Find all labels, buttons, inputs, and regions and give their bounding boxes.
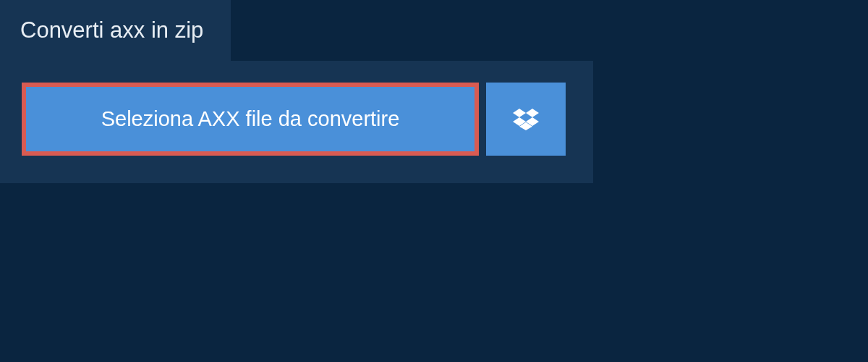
tab-convert[interactable]: Converti axx in zip xyxy=(0,0,231,61)
select-file-button[interactable]: Seleziona AXX file da convertire xyxy=(26,87,475,151)
tab-title: Converti axx in zip xyxy=(20,17,203,43)
button-row: Seleziona AXX file da convertire xyxy=(22,83,571,156)
select-file-highlight: Seleziona AXX file da convertire xyxy=(22,83,479,156)
content-panel: Seleziona AXX file da convertire xyxy=(0,61,593,183)
select-file-label: Seleziona AXX file da convertire xyxy=(101,107,400,131)
dropbox-button[interactable] xyxy=(486,83,566,156)
dropbox-icon xyxy=(513,106,539,132)
